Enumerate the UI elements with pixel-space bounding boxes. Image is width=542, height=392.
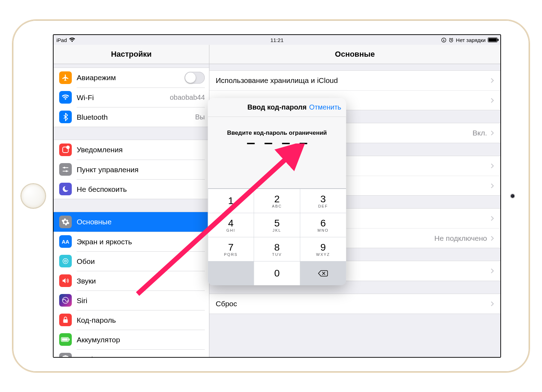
detail-label: Использование хранилища и iCloud <box>216 76 338 85</box>
detail-item-storage[interactable]: Использование хранилища и iCloud <box>209 71 500 90</box>
sidebar-item-label: Wi-Fi <box>77 93 94 102</box>
keypad-3[interactable]: 3DEF <box>300 189 346 213</box>
chevron-right-icon <box>491 268 494 274</box>
svg-point-5 <box>64 260 67 262</box>
keypad-7[interactable]: 7PQRS <box>208 237 254 261</box>
sidebar-item-label: Уведомления <box>77 146 123 154</box>
keypad-6[interactable]: 6MNO <box>300 213 346 237</box>
sidebar-item-label: Siri <box>77 296 87 305</box>
keypad-4[interactable]: 4GHI <box>208 213 254 237</box>
settings-title: Настройки <box>54 45 209 64</box>
charging-label: Нет зарядки <box>456 37 486 43</box>
vpn-value: Не подключено <box>435 234 487 243</box>
svg-rect-10 <box>69 338 70 341</box>
battery-icon <box>488 37 498 42</box>
sidebar-item-label: Не беспокоить <box>77 185 127 194</box>
keypad-8[interactable]: 8TUV <box>254 237 300 261</box>
svg-point-4 <box>63 259 68 264</box>
home-button[interactable] <box>21 183 46 209</box>
sidebar-item-label: Bluetooth <box>77 113 108 121</box>
svg-rect-9 <box>62 338 68 341</box>
sidebar-item-wifi[interactable]: Wi-Fiobaobab44 <box>54 88 209 107</box>
keypad-9[interactable]: 9WXYZ <box>300 237 346 261</box>
keypad-1[interactable]: 1 <box>208 189 254 213</box>
pin-slot <box>247 143 255 144</box>
restrictions-value: Вкл. <box>472 129 487 137</box>
cancel-button[interactable]: Отменить <box>309 103 341 111</box>
chevron-right-icon <box>491 216 494 221</box>
sidebar-item-label: Аккумулятор <box>77 336 120 344</box>
svg-point-3 <box>66 170 68 172</box>
modal-title: Ввод код-пароля <box>247 103 306 111</box>
passcode-modal: Ввод код-пароля Отменить Введите код-пар… <box>208 98 346 285</box>
settings-sidebar: Авиарежим Wi-Fiobaobab44 <box>54 64 209 357</box>
passcode-field <box>208 143 346 144</box>
sidebar-item-label: Экран и яркость <box>77 238 132 246</box>
clock: 11:21 <box>270 37 284 43</box>
modal-header: Ввод код-пароля Отменить <box>208 98 346 117</box>
privacy-icon <box>59 353 72 357</box>
sidebar-item-dnd[interactable]: Не беспокоить <box>54 179 209 199</box>
sidebar-item-label: Пункт управления <box>77 166 139 174</box>
screen: iPad 11:21 Нет зарядки Настройки Основны… <box>53 34 501 358</box>
sidebar-item-siri[interactable]: Siri <box>54 290 209 310</box>
sidebar-item-label: Основные <box>77 218 112 226</box>
nav-header: Настройки Основные <box>54 45 500 64</box>
pin-slot <box>264 143 272 144</box>
sidebar-item-sounds[interactable]: Звуки <box>54 271 209 290</box>
bluetooth-value: Вы <box>195 113 205 121</box>
wifi-icon <box>69 37 75 42</box>
rotation-lock-icon <box>441 37 446 43</box>
sidebar-item-label: Авиарежим <box>77 74 116 82</box>
control-center-icon <box>59 163 72 176</box>
chevron-right-icon <box>491 98 494 103</box>
lock-icon <box>59 314 72 326</box>
sidebar-item-bluetooth[interactable]: BluetoothВы <box>54 107 209 127</box>
modal-prompt: Введите код-пароль ограничений <box>208 130 346 136</box>
ipad-chassis: iPad 11:21 Нет зарядки Настройки Основны… <box>12 19 530 373</box>
sidebar-item-label: Обои <box>77 257 95 266</box>
detail-item-reset[interactable]: Сброс <box>209 294 500 314</box>
keypad-2[interactable]: 2ABC <box>254 189 300 213</box>
sidebar-item-notifications[interactable]: Уведомления <box>54 140 209 160</box>
status-bar: iPad 11:21 Нет зарядки <box>54 35 500 45</box>
sidebar-item-passcode[interactable]: Код-пароль <box>54 310 209 330</box>
sidebar-item-wallpaper[interactable]: Обои <box>54 251 209 271</box>
bluetooth-icon <box>59 111 72 123</box>
notifications-icon <box>59 144 72 156</box>
backspace-icon <box>318 270 328 277</box>
airplane-icon <box>59 71 72 84</box>
chevron-right-icon <box>491 183 494 189</box>
wifi-value: obaobab44 <box>170 93 205 102</box>
airplane-toggle[interactable] <box>185 72 205 84</box>
svg-point-2 <box>64 167 65 169</box>
chevron-right-icon <box>491 236 494 241</box>
keypad-0[interactable]: 0 <box>254 261 300 285</box>
sidebar-item-general[interactable]: Основные <box>54 212 209 232</box>
pin-slot <box>282 143 290 144</box>
dnd-icon <box>59 183 72 195</box>
chevron-right-icon <box>491 301 494 307</box>
svg-rect-7 <box>63 319 68 323</box>
siri-icon <box>59 294 72 307</box>
wifi-settings-icon <box>59 91 72 104</box>
alarm-icon <box>449 37 454 43</box>
sidebar-item-control-center[interactable]: Пункт управления <box>54 160 209 179</box>
chevron-right-icon <box>491 130 494 136</box>
gear-icon <box>59 216 72 228</box>
device-label: iPad <box>56 37 67 43</box>
front-camera <box>510 194 515 198</box>
chevron-right-icon <box>491 78 494 83</box>
display-icon: AA <box>59 235 72 248</box>
keypad: 1 2ABC 3DEF 4GHI 5JKL 6MNO 7PQRS 8TUV 9W… <box>208 188 346 285</box>
keypad-5[interactable]: 5JKL <box>254 213 300 237</box>
sidebar-item-battery[interactable]: Аккумулятор <box>54 330 209 349</box>
keypad-backspace[interactable] <box>300 261 346 285</box>
sounds-icon <box>59 274 72 287</box>
sidebar-item-display[interactable]: AA Экран и яркость <box>54 232 209 251</box>
detail-label: Сброс <box>216 300 237 308</box>
sidebar-item-airplane[interactable]: Авиарежим <box>54 68 209 88</box>
wallpaper-icon <box>59 255 72 267</box>
sidebar-item-privacy[interactable]: Конфиденциальность <box>54 349 209 357</box>
battery-settings-icon <box>59 333 72 346</box>
